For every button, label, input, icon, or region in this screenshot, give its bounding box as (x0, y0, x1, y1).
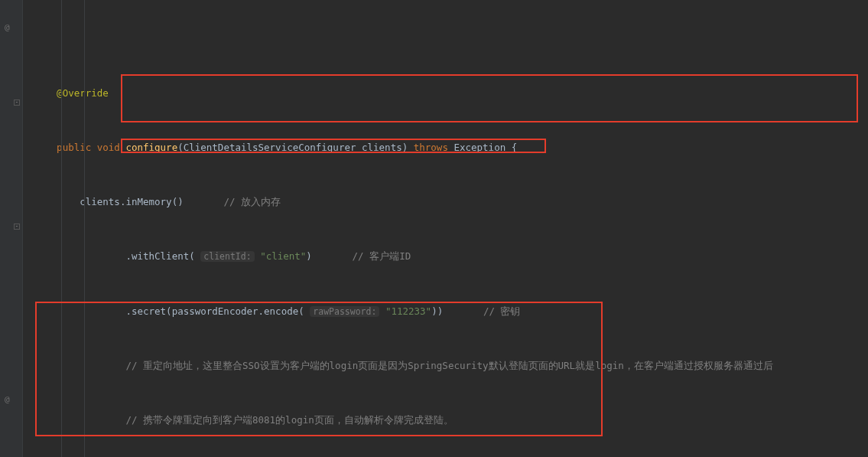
gutter-override-marker[interactable]: @ (5, 393, 10, 406)
gutter-override-marker[interactable]: @ (5, 21, 10, 34)
fold-marker[interactable]: - (14, 100, 20, 106)
code-line: clients.inMemory() // 放入内存 (23, 195, 868, 209)
gutter: @ - - @ (0, 0, 23, 457)
code-area[interactable]: @Override public void configure(ClientDe… (23, 0, 868, 457)
code-line: public void configure(ClientDetailsServi… (23, 141, 868, 155)
fold-marker[interactable]: - (14, 224, 20, 230)
code-editor[interactable]: @ - - @ @Override public void configure(… (0, 0, 868, 457)
code-line: .secret(passwordEncoder.encode( rawPassw… (23, 305, 868, 318)
code-line: // 携带令牌重定向到客户端8081的login页面，自动解析令牌完成登陆。 (23, 413, 868, 427)
code-line: .withClient( clientId: "client") // 客户端I… (23, 250, 868, 263)
code-line: @Override (23, 87, 868, 100)
code-line: // 重定向地址，这里整合SSO设置为客户端的login页面是因为SpringS… (23, 359, 868, 373)
